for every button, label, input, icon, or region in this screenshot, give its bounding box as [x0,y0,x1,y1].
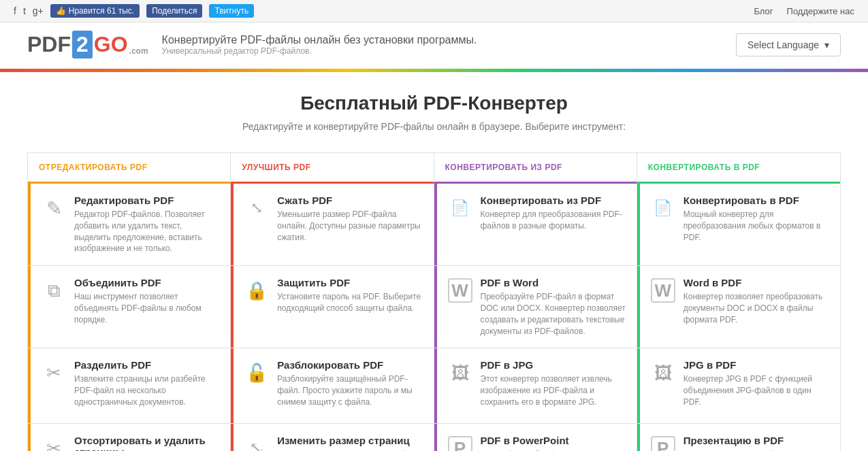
tools-container: ✎ Редактировать PDF Редактор PDF-файлов.… [27,184,841,451]
convert-from-pdf-icon: 📄 [448,196,472,220]
tweet-label: Твитнуть [214,6,248,16]
tool-split-pdf[interactable]: ✂ Разделить PDF Извлеките страницы или р… [28,348,231,423]
tool-desc: Конвертер для преобразования PDF-файлов … [481,209,626,232]
tool-compress-pdf[interactable]: ⤡ Сжать PDF Уменьшите размер PDF-файла о… [231,184,434,265]
language-select-button[interactable]: Select Language ▾ [736,33,841,56]
tool-title: Объединить PDF [74,277,219,288]
tools-row-2: ⧉ Объединить PDF Наш инструмент позволяе… [28,266,840,348]
social-right: Блог Поддержите нас [754,6,854,16]
tool-title: Презентацию в PDF [684,435,790,446]
tool-title: Защитить PDF [277,277,422,288]
split-pdf-icon: ✂ [42,361,66,385]
support-link[interactable]: Поддержите нас [787,6,854,16]
tools-row-1: ✎ Редактировать PDF Редактор PDF-файлов.… [28,184,840,266]
tweet-button[interactable]: Твитнуть [209,4,254,18]
googleplus-icon[interactable]: g+ [33,5,44,16]
tagline-main: Конвертируйте PDF-файлы онлайн без устан… [162,34,477,46]
tool-title: Разблокировать PDF [277,359,422,371]
main-content: Бесплатный PDF-Конвертер Редактируйте и … [0,72,868,451]
social-left: f t g+ 👍 Нравится 61 тыс. Поделиться Тви… [14,4,254,18]
tool-title: Отсортировать и удалить страницы [74,435,219,451]
compress-pdf-icon: ⤡ [244,196,269,220]
pdf-to-word-icon: W [448,278,472,303]
tool-desc: Конвертер JPG в PDF с функцией объединен… [684,373,829,407]
tool-title: Разделить PDF [74,359,219,371]
tool-title: Редактировать PDF [74,195,219,206]
tool-unlock-pdf[interactable]: 🔓 Разблокировать PDF Разблокируйте защищ… [231,348,434,423]
sort-delete-icon: ✂ [42,436,66,451]
cat-header-improve: УЛУЧШИТЬ PDF [231,153,434,184]
share-button[interactable]: Поделиться [146,4,202,18]
tool-title: Word в PDF [684,277,829,288]
tool-desc: Преобразуйте PDF-файл в формат DOC или D… [481,291,626,337]
facebook-icon[interactable]: f [14,5,16,16]
cat-header-from: КОНВЕРТИРОВАТЬ ИЗ PDF [434,153,637,184]
tagline-sub: Универсальный редактор PDF-файлов. [162,46,477,56]
logo-com: .com [129,46,148,56]
pdf-to-jpg-icon: 🖼 [448,361,472,385]
header-tagline: Конвертируйте PDF-файлы онлайн без устан… [162,34,477,56]
tool-sort-delete[interactable]: ✂ Отсортировать и удалить страницы [28,424,231,451]
cat-header-to: КОНВЕРТИРОВАТЬ В PDF [637,153,840,184]
twitter-icon[interactable]: t [23,5,26,16]
tool-title: PDF в Word [481,277,626,288]
tool-title: Изменить размер страниц [277,435,419,446]
tool-convert-from-pdf[interactable]: 📄 Конвертировать из PDF Конвертер для пр… [434,184,637,265]
tool-convert-to-pdf[interactable]: 📄 Конвертировать в PDF Мощный конвертер … [637,184,840,265]
tool-ppt-to-pdf[interactable]: P Презентацию в PDF Конвертер презентаци… [637,424,840,451]
tool-desc: Установите пароль на PDF. Выберите подхо… [277,291,422,314]
logo-2: 2 [72,31,93,59]
blog-link[interactable]: Блог [754,6,773,16]
header: PDF 2 GO .com Конвертируйте PDF-файлы он… [0,22,868,69]
page-title: Бесплатный PDF-Конвертер [27,93,841,114]
edit-pdf-icon: ✎ [42,196,66,220]
category-headers: ОТРЕДАКТИРОВАТЬ PDF УЛУЧШИТЬ PDF КОНВЕРТ… [27,152,841,184]
tool-pdf-to-word[interactable]: W PDF в Word Преобразуйте PDF-файл в фор… [434,266,637,348]
tool-title: PDF в JPG [481,359,626,371]
header-left: PDF 2 GO .com Конвертируйте PDF-файлы он… [27,31,477,59]
tools-row-4: ✂ Отсортировать и удалить страницы ⤡ Изм… [28,424,840,451]
tool-desc: Мощный конвертер для преобразования любы… [684,209,829,243]
jpg-to-pdf-icon: 🖼 [651,361,675,385]
tool-desc: Уменьшите размер PDF-файла онлайн. Досту… [277,209,422,243]
unlock-pdf-icon: 🔓 [244,361,269,385]
tool-desc: Этот конвертер позволяет извлечь изображ… [481,373,626,407]
logo[interactable]: PDF 2 GO .com [27,31,148,59]
cat-header-edit: ОТРЕДАКТИРОВАТЬ PDF [28,153,231,184]
pdf-to-ppt-icon: P [448,436,472,451]
tool-edit-pdf[interactable]: ✎ Редактировать PDF Редактор PDF-файлов.… [28,184,231,265]
tools-row-3: ✂ Разделить PDF Извлеките страницы или р… [28,348,840,424]
merge-pdf-icon: ⧉ [42,278,66,303]
chevron-down-icon: ▾ [824,39,829,50]
resize-pages-icon: ⤡ [244,436,269,451]
tool-desc: Извлеките страницы или разбейте PDF-файл… [74,373,219,407]
tool-title: Конвертировать в PDF [684,195,829,206]
tool-title: JPG в PDF [684,359,829,371]
tool-pdf-to-ppt[interactable]: P PDF в PowerPoint Простой и удобный инс… [434,424,637,451]
like-label: Нравится 61 тыс. [69,6,134,16]
tool-title: Конвертировать из PDF [481,195,626,206]
protect-pdf-icon: 🔒 [244,278,269,303]
tool-title: Сжать PDF [277,195,422,206]
language-label: Select Language [748,39,819,50]
tool-title: PDF в PowerPoint [481,435,617,446]
ppt-to-pdf-icon: P [651,436,675,451]
tool-pdf-to-jpg[interactable]: 🖼 PDF в JPG Этот конвертер позволяет изв… [434,348,637,423]
convert-to-pdf-icon: 📄 [651,196,675,220]
tool-protect-pdf[interactable]: 🔒 Защитить PDF Установите пароль на PDF.… [231,266,434,348]
tool-desc: Конвертер позволяет преобразовать докуме… [684,291,829,325]
word-to-pdf-icon: W [651,278,675,303]
page-subtitle: Редактируйте и конвертируйте PDF-файлы о… [27,121,841,132]
logo-pdf: PDF [27,32,71,57]
social-bar: f t g+ 👍 Нравится 61 тыс. Поделиться Тви… [0,0,868,22]
tool-desc: Наш инструмент позволяет объединять PDF-… [74,291,219,325]
tool-desc: Редактор PDF-файлов. Позволяет добавить … [74,209,219,254]
share-label: Поделиться [152,6,197,16]
tool-merge-pdf[interactable]: ⧉ Объединить PDF Наш инструмент позволяе… [28,266,231,348]
logo-go: GO [94,32,128,57]
tool-word-to-pdf[interactable]: W Word в PDF Конвертер позволяет преобра… [637,266,840,348]
tool-resize-pages[interactable]: ⤡ Изменить размер страниц Измените форма… [231,424,434,451]
tool-desc: Разблокируйте защищённый PDF-файл. Прост… [277,373,422,407]
tool-jpg-to-pdf[interactable]: 🖼 JPG в PDF Конвертер JPG в PDF с функци… [637,348,840,423]
like-button[interactable]: 👍 Нравится 61 тыс. [50,4,140,18]
